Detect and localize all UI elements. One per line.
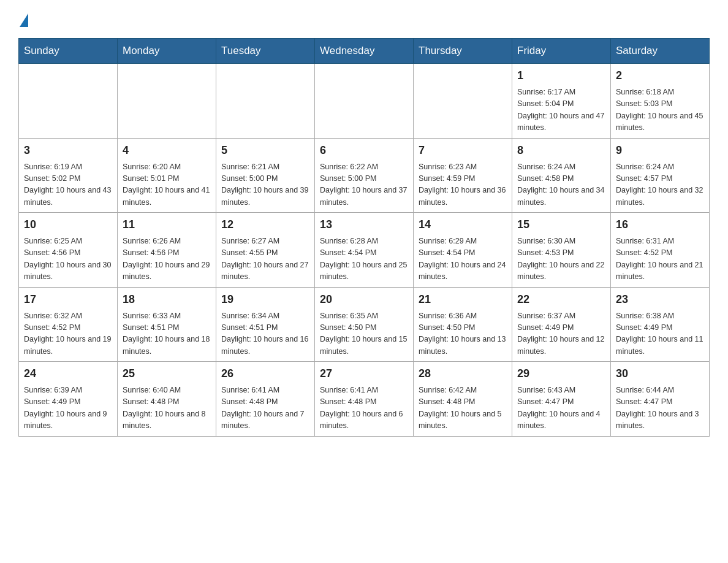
- day-info: Sunrise: 6:32 AMSunset: 4:52 PMDaylight:…: [24, 310, 112, 358]
- day-number: 4: [123, 142, 211, 159]
- day-number: 5: [221, 142, 309, 159]
- calendar-header-row: SundayMondayTuesdayWednesdayThursdayFrid…: [19, 39, 710, 64]
- logo: [18, 12, 28, 27]
- day-number: 6: [320, 142, 408, 159]
- calendar-cell: 9Sunrise: 6:24 AMSunset: 4:57 PMDaylight…: [611, 138, 710, 213]
- day-number: 16: [616, 216, 704, 233]
- calendar-cell: 30Sunrise: 6:44 AMSunset: 4:47 PMDayligh…: [611, 362, 710, 437]
- day-info: Sunrise: 6:39 AMSunset: 4:49 PMDaylight:…: [24, 385, 112, 432]
- calendar-cell: 22Sunrise: 6:37 AMSunset: 4:49 PMDayligh…: [512, 287, 611, 362]
- day-number: 23: [616, 291, 704, 308]
- day-number: 29: [517, 366, 605, 382]
- calendar-week-row: 10Sunrise: 6:25 AMSunset: 4:56 PMDayligh…: [19, 213, 710, 288]
- day-number: 8: [517, 142, 605, 159]
- calendar-cell: 14Sunrise: 6:29 AMSunset: 4:54 PMDayligh…: [414, 213, 512, 288]
- calendar-cell: 16Sunrise: 6:31 AMSunset: 4:52 PMDayligh…: [611, 213, 710, 288]
- calendar-cell: 13Sunrise: 6:28 AMSunset: 4:54 PMDayligh…: [315, 213, 414, 288]
- day-number: 11: [123, 216, 211, 233]
- day-of-week-header: Wednesday: [315, 39, 414, 64]
- calendar-cell: 17Sunrise: 6:32 AMSunset: 4:52 PMDayligh…: [19, 287, 118, 362]
- day-info: Sunrise: 6:35 AMSunset: 4:50 PMDaylight:…: [320, 310, 408, 358]
- day-info: Sunrise: 6:31 AMSunset: 4:52 PMDaylight:…: [616, 236, 704, 283]
- day-of-week-header: Saturday: [611, 39, 710, 64]
- day-info: Sunrise: 6:41 AMSunset: 4:48 PMDaylight:…: [221, 385, 309, 432]
- calendar-cell: 5Sunrise: 6:21 AMSunset: 5:00 PMDaylight…: [216, 138, 315, 213]
- calendar-cell: [216, 64, 315, 139]
- calendar-cell: 11Sunrise: 6:26 AMSunset: 4:56 PMDayligh…: [118, 213, 216, 288]
- calendar-cell: 3Sunrise: 6:19 AMSunset: 5:02 PMDaylight…: [19, 138, 118, 213]
- day-info: Sunrise: 6:24 AMSunset: 4:58 PMDaylight:…: [517, 161, 605, 209]
- day-info: Sunrise: 6:41 AMSunset: 4:48 PMDaylight:…: [320, 385, 408, 432]
- day-of-week-header: Sunday: [19, 39, 118, 64]
- day-info: Sunrise: 6:43 AMSunset: 4:47 PMDaylight:…: [517, 385, 605, 432]
- day-info: Sunrise: 6:20 AMSunset: 5:01 PMDaylight:…: [123, 161, 211, 209]
- calendar-cell: 21Sunrise: 6:36 AMSunset: 4:50 PMDayligh…: [414, 287, 512, 362]
- calendar-cell: 28Sunrise: 6:42 AMSunset: 4:48 PMDayligh…: [414, 362, 512, 437]
- page-header: [18, 12, 710, 27]
- day-info: Sunrise: 6:27 AMSunset: 4:55 PMDaylight:…: [221, 236, 309, 283]
- calendar-cell: 18Sunrise: 6:33 AMSunset: 4:51 PMDayligh…: [118, 287, 216, 362]
- calendar-cell: 25Sunrise: 6:40 AMSunset: 4:48 PMDayligh…: [118, 362, 216, 437]
- day-number: 28: [419, 366, 507, 382]
- day-number: 17: [24, 291, 112, 308]
- calendar-cell: 8Sunrise: 6:24 AMSunset: 4:58 PMDaylight…: [512, 138, 611, 213]
- calendar-week-row: 3Sunrise: 6:19 AMSunset: 5:02 PMDaylight…: [19, 138, 710, 213]
- day-number: 24: [24, 366, 112, 382]
- day-number: 18: [123, 291, 211, 308]
- calendar-cell: 2Sunrise: 6:18 AMSunset: 5:03 PMDaylight…: [611, 64, 710, 139]
- calendar-cell: 1Sunrise: 6:17 AMSunset: 5:04 PMDaylight…: [512, 64, 611, 139]
- calendar-cell: [118, 64, 216, 139]
- day-info: Sunrise: 6:29 AMSunset: 4:54 PMDaylight:…: [419, 236, 507, 283]
- day-info: Sunrise: 6:25 AMSunset: 4:56 PMDaylight:…: [24, 236, 112, 283]
- day-number: 19: [221, 291, 309, 308]
- calendar-cell: [315, 64, 414, 139]
- day-info: Sunrise: 6:30 AMSunset: 4:53 PMDaylight:…: [517, 236, 605, 283]
- calendar-week-row: 17Sunrise: 6:32 AMSunset: 4:52 PMDayligh…: [19, 287, 710, 362]
- calendar-cell: 10Sunrise: 6:25 AMSunset: 4:56 PMDayligh…: [19, 213, 118, 288]
- day-info: Sunrise: 6:33 AMSunset: 4:51 PMDaylight:…: [123, 310, 211, 358]
- calendar-cell: 4Sunrise: 6:20 AMSunset: 5:01 PMDaylight…: [118, 138, 216, 213]
- calendar-cell: 24Sunrise: 6:39 AMSunset: 4:49 PMDayligh…: [19, 362, 118, 437]
- day-number: 15: [517, 216, 605, 233]
- day-info: Sunrise: 6:42 AMSunset: 4:48 PMDaylight:…: [419, 385, 507, 432]
- calendar-week-row: 24Sunrise: 6:39 AMSunset: 4:49 PMDayligh…: [19, 362, 710, 437]
- day-info: Sunrise: 6:38 AMSunset: 4:49 PMDaylight:…: [616, 310, 704, 358]
- logo-triangle-icon: [20, 13, 28, 27]
- day-number: 21: [419, 291, 507, 308]
- day-number: 9: [616, 142, 704, 159]
- day-of-week-header: Tuesday: [216, 39, 315, 64]
- day-number: 14: [419, 216, 507, 233]
- day-of-week-header: Thursday: [414, 39, 512, 64]
- calendar-cell: [414, 64, 512, 139]
- calendar-cell: 7Sunrise: 6:23 AMSunset: 4:59 PMDaylight…: [414, 138, 512, 213]
- day-info: Sunrise: 6:36 AMSunset: 4:50 PMDaylight:…: [419, 310, 507, 358]
- day-number: 13: [320, 216, 408, 233]
- day-number: 2: [616, 67, 704, 84]
- day-info: Sunrise: 6:37 AMSunset: 4:49 PMDaylight:…: [517, 310, 605, 358]
- calendar-cell: 19Sunrise: 6:34 AMSunset: 4:51 PMDayligh…: [216, 287, 315, 362]
- day-number: 20: [320, 291, 408, 308]
- day-of-week-header: Friday: [512, 39, 611, 64]
- calendar-cell: 23Sunrise: 6:38 AMSunset: 4:49 PMDayligh…: [611, 287, 710, 362]
- day-info: Sunrise: 6:23 AMSunset: 4:59 PMDaylight:…: [419, 161, 507, 209]
- day-number: 10: [24, 216, 112, 233]
- calendar-cell: 27Sunrise: 6:41 AMSunset: 4:48 PMDayligh…: [315, 362, 414, 437]
- day-number: 22: [517, 291, 605, 308]
- calendar-cell: 15Sunrise: 6:30 AMSunset: 4:53 PMDayligh…: [512, 213, 611, 288]
- day-number: 27: [320, 366, 408, 382]
- day-number: 26: [221, 366, 309, 382]
- day-info: Sunrise: 6:21 AMSunset: 5:00 PMDaylight:…: [221, 161, 309, 209]
- calendar-cell: 20Sunrise: 6:35 AMSunset: 4:50 PMDayligh…: [315, 287, 414, 362]
- calendar-cell: 29Sunrise: 6:43 AMSunset: 4:47 PMDayligh…: [512, 362, 611, 437]
- day-number: 25: [123, 366, 211, 382]
- calendar-cell: 12Sunrise: 6:27 AMSunset: 4:55 PMDayligh…: [216, 213, 315, 288]
- day-info: Sunrise: 6:22 AMSunset: 5:00 PMDaylight:…: [320, 161, 408, 209]
- day-info: Sunrise: 6:19 AMSunset: 5:02 PMDaylight:…: [24, 161, 112, 209]
- day-number: 1: [517, 67, 605, 84]
- day-info: Sunrise: 6:26 AMSunset: 4:56 PMDaylight:…: [123, 236, 211, 283]
- day-info: Sunrise: 6:18 AMSunset: 5:03 PMDaylight:…: [616, 86, 704, 134]
- day-info: Sunrise: 6:24 AMSunset: 4:57 PMDaylight:…: [616, 161, 704, 209]
- calendar-cell: [19, 64, 118, 139]
- day-number: 12: [221, 216, 309, 233]
- day-number: 30: [616, 366, 704, 382]
